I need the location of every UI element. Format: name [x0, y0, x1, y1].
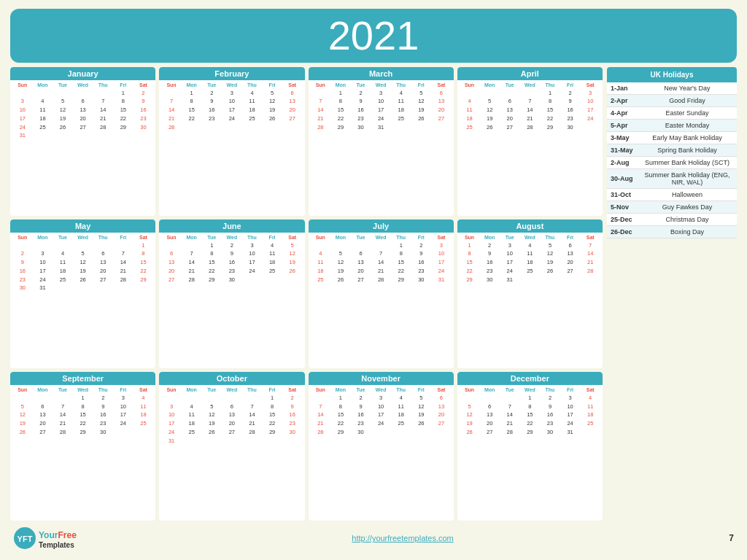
- holiday-name: Christmas Day: [641, 216, 733, 223]
- day-cell: 21: [93, 114, 113, 123]
- day-empty: [161, 394, 182, 402]
- day-cell: 8: [330, 97, 351, 106]
- day-cell: 27: [500, 123, 520, 132]
- day-cell: 23: [351, 114, 371, 123]
- day-empty: [53, 241, 73, 250]
- day-header-sun: Sun: [311, 234, 331, 241]
- day-cell: 12: [460, 411, 480, 419]
- month-header-april: April: [457, 67, 603, 80]
- day-cell: 10: [33, 258, 53, 267]
- day-cell: 7: [520, 97, 541, 106]
- day-header-thu: Thu: [93, 234, 113, 241]
- day-cell: 8: [133, 249, 154, 258]
- day-empty: [33, 241, 53, 250]
- day-cell: 11: [391, 97, 411, 106]
- day-cell: 25: [182, 428, 202, 437]
- day-cell: 5: [262, 89, 282, 98]
- holiday-date: 3-May: [611, 134, 641, 141]
- day-cell: 9: [351, 402, 371, 411]
- day-header-wed: Wed: [73, 82, 93, 88]
- holiday-row: 3-MayEarly May Bank Holiday: [607, 132, 737, 144]
- day-cell: 16: [201, 106, 222, 114]
- day-empty: [242, 394, 263, 402]
- day-cell: 9: [133, 97, 154, 106]
- day-cell: 4: [391, 394, 411, 402]
- day-cell: 6: [560, 241, 581, 250]
- month-body-may: SunMonTueWedThuFriSat1234567891011121314…: [10, 233, 155, 368]
- day-cell: 28: [93, 123, 113, 132]
- day-cell: 26: [282, 267, 303, 276]
- day-cell: 11: [262, 249, 282, 258]
- day-cell: 20: [222, 419, 242, 428]
- footer-url[interactable]: http://yourfreetemplates.com: [352, 534, 453, 542]
- day-cell: 10: [222, 97, 242, 106]
- day-cell: 28: [242, 428, 263, 437]
- day-cell: 17: [371, 411, 391, 419]
- day-cell: 7: [161, 97, 182, 106]
- day-cell: 1: [182, 89, 202, 98]
- day-cell: 3: [33, 249, 53, 258]
- holiday-day: 4: [460, 98, 480, 105]
- day-cell: 11: [391, 402, 411, 411]
- day-cell: 30: [282, 428, 303, 437]
- day-cell: 26: [201, 428, 222, 437]
- holiday-row: 26-DecBoxing Day: [607, 226, 737, 238]
- day-cell: 23: [222, 267, 242, 276]
- holiday-row: 2-AugSummer Bank Holiday (SCT): [607, 157, 737, 169]
- holiday-name: Easter Monday: [641, 122, 733, 129]
- day-empty: [182, 241, 202, 250]
- holiday-day: 5: [411, 394, 432, 402]
- day-cell: 17: [580, 106, 600, 114]
- day-cell: 1: [262, 394, 282, 402]
- day-cell: 18: [53, 267, 73, 276]
- day-header-fri: Fri: [113, 82, 133, 88]
- day-cell: 3: [222, 89, 242, 98]
- day-empty: [500, 89, 520, 98]
- day-cell: 29: [330, 123, 351, 132]
- day-cell: 9: [93, 402, 113, 411]
- holiday-day: 2: [560, 90, 581, 97]
- holiday-date: 2-Apr: [611, 97, 641, 104]
- holiday-row: 25-DecChristmas Day: [607, 214, 737, 226]
- day-cell: 20: [161, 267, 182, 276]
- day-cell: 5: [330, 249, 351, 258]
- day-cell: 23: [411, 267, 432, 276]
- day-empty: [53, 89, 73, 98]
- day-empty: [93, 89, 113, 98]
- day-header-sun: Sun: [460, 386, 480, 393]
- day-header-fri: Fri: [560, 82, 581, 88]
- month-block-january: JanuarySunMonTueWedThuFriSat123456789101…: [10, 67, 155, 216]
- day-cell: 4: [391, 89, 411, 98]
- day-cell: 6: [431, 394, 452, 402]
- day-header-thu: Thu: [93, 82, 113, 88]
- day-cell: 17: [161, 419, 182, 428]
- day-cell: 16: [351, 106, 371, 114]
- day-cell: 2: [351, 394, 371, 402]
- day-cell: 12: [411, 402, 432, 411]
- day-cell: 14: [93, 106, 113, 114]
- day-cell: 11: [182, 411, 202, 419]
- svg-text:YFT: YFT: [18, 534, 33, 543]
- month-block-march: MarchSunMonTueWedThuFriSat12345678910111…: [309, 67, 454, 216]
- day-cell: 15: [201, 258, 222, 267]
- holiday-name: Easter Sunday: [641, 109, 733, 117]
- day-cell: 27: [479, 428, 500, 437]
- holiday-date: 26-Dec: [611, 228, 641, 236]
- day-cell: 15: [330, 411, 351, 419]
- day-header-mon: Mon: [330, 234, 351, 241]
- day-cell: 18: [33, 114, 53, 123]
- day-header-wed: Wed: [222, 234, 242, 241]
- day-cell: 9: [12, 258, 33, 267]
- month-header-november: November: [309, 372, 454, 385]
- day-cell: 16: [411, 258, 432, 267]
- day-header-thu: Thu: [540, 234, 560, 241]
- day-cell: 21: [53, 419, 73, 428]
- day-cell: 22: [182, 114, 202, 123]
- holiday-day: 2: [479, 242, 500, 249]
- day-cell: 7: [182, 249, 202, 258]
- logo-text: YourFree Templates: [39, 528, 77, 549]
- day-cell: 7: [500, 402, 520, 411]
- day-cell: 30: [411, 276, 432, 284]
- day-cell: 18: [460, 114, 480, 123]
- day-cell: 17: [500, 258, 520, 267]
